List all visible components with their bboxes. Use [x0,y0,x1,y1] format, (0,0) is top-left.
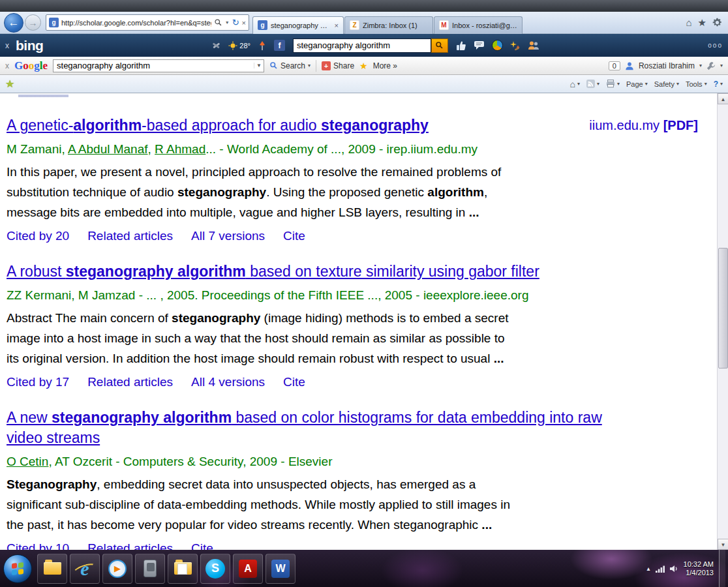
cite-link[interactable]: Cite [283,374,305,391]
tab-close-icon[interactable]: × [335,22,339,29]
home-menu[interactable]: ⌂ ▾ [570,79,580,89]
print-menu[interactable]: ▾ [606,80,620,88]
volume-icon[interactable] [670,565,678,573]
thumbs-up-icon[interactable] [456,40,466,51]
taskbar-documents-button[interactable] [168,554,198,584]
taskbar-explorer-button[interactable] [37,554,67,584]
media-icon[interactable] [492,40,503,51]
taskbar-utility-button[interactable] [135,554,165,584]
cited-by-link[interactable]: Cited by 20 [7,228,69,245]
favorites-bar: ★ ⌂ ▾ ▾ ▾ Page ▾ Safety ▾ Tools ▾ ? ▾ [0,75,728,93]
bing-search-input[interactable] [293,38,431,53]
bing-overflow-menu[interactable]: ooo [708,42,723,49]
address-dropdown-icon[interactable]: ▼ [225,20,230,25]
windows-flag-icon [12,562,23,575]
taskbar-acrobat-button[interactable]: A [233,554,263,584]
google-toolbar-account: 0 Rosziati Ibrahim ▾ ▾ [609,61,723,70]
stop-button[interactable]: × [242,19,246,27]
start-button[interactable] [3,554,32,583]
taskbar-clock[interactable]: 10:32 AM 1/4/2013 [684,560,714,577]
taskbar-internet-explorer-button[interactable]: e [70,554,100,584]
google-search-button[interactable]: Search ▾ [269,61,311,70]
show-desktop-button[interactable] [719,550,725,587]
tab-scholar[interactable]: g steganography algorithm - ... × [252,16,344,34]
tray-expand-icon[interactable]: ▴ [646,565,650,572]
facebook-icon[interactable]: f [274,40,285,51]
network-icon[interactable] [656,565,665,573]
favorites-icon[interactable]: ★ [698,17,706,29]
google-search-input[interactable] [53,60,254,72]
tools-icon[interactable] [211,40,221,50]
share-button[interactable]: + Share [322,61,354,70]
favorites-star-icon[interactable]: ★ [5,78,14,90]
pdf-source-link[interactable]: iium.edu.my [PDF] [589,118,698,133]
result-authors-line[interactable]: O Cetin, AT Ozcerit - Computers & Securi… [7,452,700,472]
result-title-link[interactable]: A new steganography algorithm based on c… [7,408,634,448]
back-button[interactable]: ← [4,13,23,33]
caret-down-icon[interactable]: ▾ [720,63,723,68]
taskbar-skype-button[interactable]: S [200,554,230,584]
cite-link[interactable]: Cite [191,540,213,550]
caret-down-icon: ▾ [597,81,599,87]
all-versions-link[interactable]: All 4 versions [191,374,265,391]
refresh-button[interactable]: ↻ [232,18,239,27]
all-versions-link[interactable]: All 7 versions [191,228,265,245]
vertical-scrollbar[interactable]: ▲ ▼ [717,93,728,550]
browser-command-icons: ⌂ ★ [686,17,728,29]
scroll-up-arrow[interactable]: ▲ [718,93,728,104]
home-icon[interactable]: ⌂ [686,17,691,28]
cited-by-link[interactable]: Cited by 17 [7,374,69,391]
result-action-links: Cited by 20 Related articles All 7 versi… [7,228,700,245]
account-name[interactable]: Rosziati Ibrahim [639,61,695,70]
bing-logo[interactable]: bing [16,38,43,53]
bing-search-button[interactable] [431,38,448,53]
help-menu[interactable]: ? ▾ [714,80,723,89]
google-logo[interactable]: Google [14,59,48,72]
related-articles-link[interactable]: Related articles [87,540,173,550]
temperature-label: 28° [239,42,250,50]
page-menu[interactable]: Page ▾ [626,80,648,88]
tools-menu-label: Tools [686,80,703,88]
cite-link[interactable]: Cite [283,228,305,245]
weather-widget[interactable]: 28° [228,41,250,50]
search-results-page: iium.edu.my [PDF] A genetic-algorithm-ba… [0,93,728,550]
tools-menu[interactable]: Tools ▾ [686,80,707,88]
tab-gmail[interactable]: M Inbox - rosziati@gmail.com - ... [434,16,523,34]
result-title-link[interactable]: A robust steganography algorithm based o… [7,262,634,282]
related-articles-link[interactable]: Related articles [87,374,173,391]
share-label: Share [333,61,354,70]
google-search-dropdown-icon[interactable]: ▼ [254,63,264,68]
safety-menu[interactable]: Safety ▾ [654,80,679,88]
pin-icon[interactable] [258,40,267,51]
tab-zimbra-favicon: Z [350,20,359,30]
taskbar-media-player-button[interactable]: ▶ [102,554,132,584]
wrench-icon[interactable] [706,61,716,70]
more-button[interactable]: More » [373,61,397,70]
cited-by-link[interactable]: Cited by 10 [7,540,69,550]
sparkle-icon[interactable] [510,40,521,51]
address-bar[interactable]: g http://scholar.google.com/scholar?hl=e… [46,14,249,31]
feed-menu[interactable]: ▾ [586,80,599,88]
notification-counter[interactable]: 0 [609,61,620,70]
bookmark-star-icon[interactable]: ★ [359,61,368,71]
caret-down-icon[interactable]: ▾ [699,63,702,68]
tab-zimbra[interactable]: Z Zimbra: Inbox (1) [344,16,433,34]
scrollbar-thumb[interactable] [718,248,728,369]
page-menu-label: Page [626,80,643,88]
result-authors-line[interactable]: M Zamani, A Abdul Manaf, R Ahmad... - Wo… [7,140,700,159]
address-search-icon[interactable] [214,18,222,27]
clipped-text-remnant [18,95,102,97]
comments-icon[interactable] [474,40,485,50]
url-text[interactable]: http://scholar.google.com/scholar?hl=en&… [61,19,211,27]
settings-gear-icon[interactable] [712,18,722,27]
people-icon[interactable] [528,40,539,50]
taskbar-word-button[interactable]: W [265,554,296,584]
browser-navigation-bar: ← → g http://scholar.google.com/scholar?… [0,12,728,34]
result-title-link[interactable]: A genetic-algorithm-based approach for a… [7,115,634,136]
result-authors-line[interactable]: ZZ Kermani, M Jamzad - ... , 2005. Proce… [7,286,700,305]
forward-button[interactable]: → [25,14,41,31]
scroll-down-arrow[interactable]: ▼ [718,539,728,550]
related-articles-link[interactable]: Related articles [87,228,173,245]
google-toolbar-close[interactable]: x [5,61,9,70]
bing-toolbar-close[interactable]: x [5,41,9,50]
